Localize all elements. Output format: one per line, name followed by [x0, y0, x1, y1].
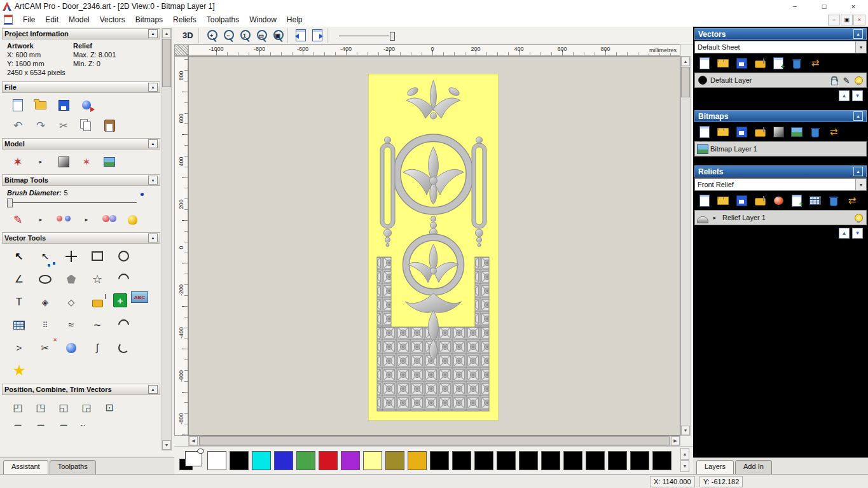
offset-vectors-icon[interactable]: ◈ — [33, 291, 57, 312]
copy-icon[interactable] — [77, 116, 96, 134]
rollup-icon[interactable]: ▲ — [853, 111, 863, 121]
magic-wand-icon[interactable] — [7, 360, 31, 381]
export-model-icon[interactable] — [77, 96, 96, 114]
menu-item-file[interactable]: File — [18, 14, 40, 25]
relief-layer-row[interactable]: ▸ Relief Layer 1 — [694, 210, 867, 225]
new-vector-layer-icon[interactable] — [697, 56, 712, 70]
close-button[interactable]: × — [839, 0, 868, 13]
flyout-arrow-icon[interactable]: ▸ — [31, 153, 50, 171]
transform-vectors-icon[interactable] — [59, 246, 83, 267]
nest-icon[interactable]: Nes — [77, 419, 96, 426]
mdi-minimize-button[interactable]: − — [828, 15, 840, 25]
snap-lock-icon[interactable] — [829, 74, 840, 86]
menu-item-model[interactable]: Model — [64, 14, 95, 25]
weld-vectors-icon[interactable]: ⊞ — [8, 419, 27, 426]
scroll-right-icon[interactable]: ▶ — [671, 436, 680, 445]
align-left-icon[interactable]: ◰ — [8, 398, 27, 416]
palette-swatch-12[interactable] — [474, 451, 493, 470]
flyout-arrow-icon[interactable]: ▸ — [31, 211, 50, 228]
tab-toolpaths[interactable]: Toolpaths — [50, 460, 96, 474]
minimize-button[interactable]: − — [780, 0, 809, 13]
create-arc-icon[interactable] — [111, 268, 135, 289]
edit-pencil-icon[interactable]: ✎ — [841, 74, 852, 86]
collapse-icon[interactable]: ▲ — [148, 234, 158, 242]
scroll-down-icon[interactable]: ▼ — [681, 426, 690, 435]
previous-bitmap-layer-icon[interactable] — [293, 28, 308, 43]
scroll-left-icon[interactable]: ◀ — [189, 436, 198, 445]
undo-icon[interactable]: ↶ — [8, 116, 27, 134]
text-block-icon[interactable]: ABC — [131, 291, 148, 303]
grid-guides-icon[interactable] — [7, 314, 31, 335]
open-vector-layer-icon[interactable] — [715, 56, 731, 70]
palette-swatch-17[interactable] — [586, 451, 605, 470]
image-to-layer-icon[interactable] — [789, 125, 804, 139]
new-relief-icon[interactable] — [789, 193, 804, 207]
section-header[interactable]: Position, Combine, Trim Vectors ▲ — [2, 384, 160, 395]
align-centre-icon[interactable]: ⊡ — [100, 398, 119, 416]
tab-add-in[interactable]: Add In — [735, 460, 772, 474]
paint-bitmap-layer-icon[interactable] — [752, 125, 768, 139]
palette-scrollbar[interactable]: ▲ ▼ — [680, 448, 691, 472]
trim-intersect-icon[interactable]: ⊠ — [54, 419, 73, 426]
create-polygon-icon[interactable] — [59, 268, 83, 289]
move-layer-down-icon[interactable]: ▼ — [852, 90, 863, 101]
bitmaps-header[interactable]: Bitmaps ▲ — [694, 110, 867, 122]
chevron-down-icon[interactable]: ▼ — [855, 179, 866, 190]
zoom-out-icon[interactable]: − — [221, 28, 236, 43]
menu-item-help[interactable]: Help — [282, 14, 308, 25]
trim-vectors-icon[interactable]: ✂ — [33, 337, 57, 358]
create-polyline-icon[interactable]: ∠ — [7, 268, 31, 289]
create-ellipse-icon[interactable] — [33, 268, 57, 289]
zoom-fit-icon[interactable]: ▣ — [270, 28, 286, 43]
relief-dropdown[interactable]: Front Relief ▼ — [694, 178, 867, 191]
slider-handle[interactable] — [7, 199, 13, 207]
cut-icon[interactable]: ✂ — [54, 116, 73, 134]
palette-swatch-20[interactable] — [652, 451, 672, 470]
save-vector-layer-icon[interactable] — [734, 56, 749, 70]
open-model-icon[interactable] — [31, 96, 50, 114]
palette-swatch-3[interactable] — [274, 451, 293, 470]
palette-swatch-15[interactable] — [541, 451, 560, 470]
save-model-icon[interactable] — [54, 96, 73, 114]
measure-icon[interactable] — [85, 291, 109, 312]
layer-colour-swatch[interactable] — [697, 74, 708, 86]
chevron-tool-icon[interactable]: > — [7, 337, 31, 358]
create-circle-icon[interactable] — [111, 246, 135, 267]
move-layer-up-icon[interactable]: ▲ — [839, 228, 850, 239]
new-sheet-icon[interactable] — [771, 56, 786, 70]
palette-swatch-14[interactable] — [519, 451, 538, 470]
new-bitmap-layer-icon[interactable] — [697, 125, 712, 139]
scroll-down-icon[interactable]: ▼ — [162, 440, 171, 450]
tab-layers[interactable]: Layers — [696, 460, 734, 474]
merge-vector-layers-icon[interactable]: ⇄ — [808, 56, 823, 70]
palette-swatch-13[interactable] — [497, 451, 516, 470]
fit-curve-icon[interactable]: ≈ — [59, 314, 83, 335]
flood-fill-icon[interactable] — [123, 211, 142, 228]
create-rectangle-icon[interactable] — [85, 246, 109, 267]
palette-swatch-19[interactable] — [630, 451, 649, 470]
expand-arrow-icon[interactable]: ▸ — [709, 212, 720, 223]
open-relief-layer-icon[interactable] — [715, 193, 731, 207]
palette-swatch-18[interactable] — [608, 451, 627, 470]
save-relief-layer-icon[interactable] — [734, 193, 749, 207]
node-editing-icon[interactable]: ↖ — [33, 246, 57, 267]
rollup-icon[interactable]: ▲ — [853, 29, 863, 39]
section-header[interactable]: Vector Tools ▲ — [2, 232, 160, 244]
bitmap-thumbnail-icon[interactable] — [697, 143, 708, 155]
rollup-icon[interactable]: ▲ — [853, 167, 863, 176]
subtract-vectors-icon[interactable]: ⊟ — [31, 419, 50, 426]
bitmap-fade-slider[interactable] — [339, 31, 395, 40]
palette-icon[interactable] — [100, 211, 119, 228]
mdi-restore-button[interactable]: ▣ — [841, 15, 853, 25]
zoom-1to1-icon[interactable]: 1 — [237, 28, 252, 43]
sheet-dropdown[interactable]: Default Sheet ▼ — [694, 41, 867, 53]
greyscale-from-relief-icon[interactable] — [54, 153, 73, 171]
section-header[interactable]: File ▲ — [2, 81, 160, 93]
interpolate-dome-icon[interactable] — [59, 337, 83, 358]
menu-item-vectors[interactable]: Vectors — [95, 14, 130, 25]
assistant-scrollbar[interactable]: ▲ ▼ — [162, 28, 172, 450]
save-bitmap-layer-icon[interactable] — [734, 125, 749, 139]
paste-icon[interactable] — [100, 116, 119, 134]
visibility-bulb-icon[interactable] — [853, 212, 864, 223]
move-layer-up-icon[interactable]: ▲ — [839, 90, 850, 101]
